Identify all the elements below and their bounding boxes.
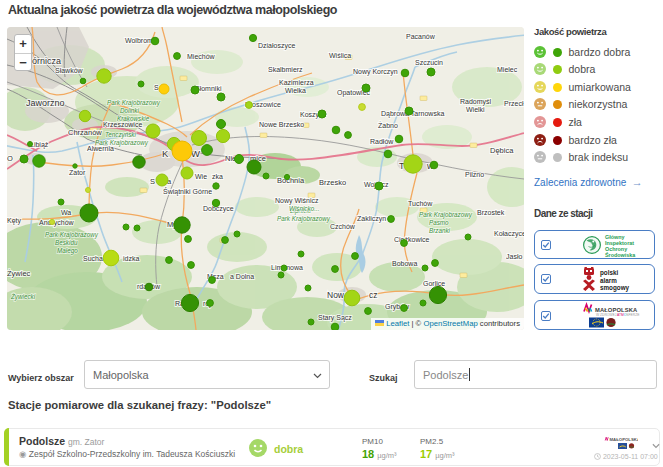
svg-text:Zator: Zator (69, 169, 86, 176)
svg-text:Chrzanów: Chrzanów (68, 128, 102, 137)
svg-text:Bochnia: Bochnia (277, 176, 305, 185)
svg-text:Brzostek: Brzostek (477, 209, 505, 216)
svg-text:Kołaczyce: Kołaczyce (494, 230, 524, 238)
svg-text:S: S (150, 177, 155, 186)
svg-text:Krzeszowice: Krzeszowice (103, 121, 142, 128)
svg-text:Wa: Wa (61, 209, 71, 216)
svg-text:Ciężkowice: Ciężkowice (394, 236, 430, 244)
svg-text:Dębica: Dębica (490, 146, 514, 155)
svg-text:Park Krajobrazowy: Park Krajobrazowy (277, 215, 331, 223)
svg-text:Andrychów: Andrychów (39, 219, 75, 227)
svg-text:MAŁOPOLSKA: MAŁOPOLSKA (610, 437, 639, 442)
svg-text:Nowe Brzesko: Nowe Brzesko (259, 121, 304, 128)
svg-text:Tuchów: Tuchów (408, 200, 433, 207)
svg-text:Gorlice: Gorlice (423, 280, 445, 287)
svg-text:Bobowa: Bobowa (392, 260, 417, 267)
svg-text:zka: zka (212, 173, 223, 180)
svg-text:Now: Now (327, 290, 345, 300)
svg-text:Zakliczyn: Zakliczyn (357, 215, 386, 223)
svg-text:Wielki: Wielki (466, 106, 485, 113)
svg-text:Mielec: Mielec (497, 66, 518, 73)
svg-text:Pacanów: Pacanów (406, 33, 436, 40)
svg-text:Wiśnicko...: Wiśnicko... (289, 205, 319, 212)
svg-text:Skalbmierz: Skalbmierz (268, 66, 303, 73)
svg-text:Nowy Wiśnicz: Nowy Wiśnicz (275, 197, 319, 205)
svg-text:Kęty: Kęty (7, 217, 22, 225)
svg-text:Brzanki: Brzanki (429, 227, 451, 234)
svg-text:W ZDROWEJ ATMOSFERZE: W ZDROWEJ ATMOSFERZE (596, 313, 640, 317)
svg-text:Radłów: Radłów (370, 138, 394, 145)
svg-text:alarm: alarm (600, 277, 617, 284)
svg-text:Stary Sącz: Stary Sącz (318, 314, 352, 322)
svg-text:Środowiska: Środowiska (605, 252, 636, 258)
svg-text:Dolinki: Dolinki (120, 107, 139, 114)
svg-text:S: S (154, 84, 159, 91)
svg-text:Tenczyński: Tenczyński (105, 131, 137, 139)
svg-text:Kazimierza: Kazimierza (279, 79, 314, 86)
svg-text:Działoszyce: Działoszyce (258, 42, 295, 50)
svg-text:Świątniki Górne: Świątniki Górne (163, 187, 212, 196)
svg-text:Wie: Wie (195, 173, 207, 180)
svg-text:Żabno: Żabno (378, 121, 398, 129)
svg-text:cz: cz (369, 290, 378, 300)
svg-text:Żywiec: Żywiec (7, 269, 31, 278)
svg-text:smogowy: smogowy (600, 284, 630, 292)
svg-text:Wolbrom: Wolbrom (125, 37, 153, 44)
svg-text:idzka: idzka (123, 255, 139, 262)
svg-text:a Dolna: a Dolna (230, 273, 254, 280)
svg-text:Brzesko: Brzesko (319, 178, 346, 187)
svg-text:Wielka: Wielka (285, 87, 306, 94)
svg-text:Park Krajobrazowy: Park Krajobrazowy (45, 231, 99, 239)
svg-text:Żywiecki: Żywiecki (10, 293, 36, 301)
svg-text:Wiślica: Wiślica (329, 52, 351, 59)
svg-text:Beskidu: Beskidu (55, 239, 78, 246)
svg-text:Małego: Małego (57, 247, 78, 255)
svg-text:Miechów: Miechów (187, 53, 216, 60)
svg-text:Park Krajobrazowy: Park Krajobrazowy (419, 211, 473, 219)
svg-text:Sucha: Sucha (83, 255, 103, 262)
svg-text:Przecł: Przecł (504, 100, 524, 107)
svg-text:Czchów: Czchów (330, 223, 356, 230)
svg-text:Jaworzno: Jaworzno (26, 98, 65, 108)
svg-text:K: K (162, 148, 169, 159)
svg-text:Sławków: Sławków (55, 67, 84, 74)
svg-text:órnicza: órnicza (32, 56, 61, 66)
svg-text:Park Krajobrazowy: Park Krajobrazowy (107, 99, 161, 107)
svg-text:Pilzno: Pilzno (465, 171, 484, 178)
svg-text:Radomyśl: Radomyśl (460, 98, 492, 106)
svg-text:Nowy Korczyn: Nowy Korczyn (353, 68, 398, 76)
svg-text:Alwernia: Alwernia (87, 145, 114, 152)
svg-text:Szczucin: Szczucin (415, 59, 443, 66)
svg-text:Jasło: Jasło (506, 253, 522, 260)
svg-text:Pasmo: Pasmo (429, 219, 449, 226)
svg-text:MAŁOPOLSKA: MAŁOPOLSKA (595, 307, 638, 313)
svg-text:O: O (7, 154, 13, 163)
